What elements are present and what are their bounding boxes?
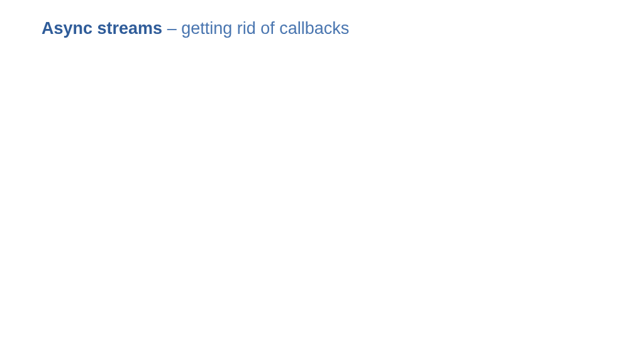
slide-title: Async streams – getting rid of callbacks [42,18,602,40]
slide-title-bold: Async streams [42,19,162,38]
slide-title-rest: – getting rid of callbacks [162,19,349,38]
slide: Async streams – getting rid of callbacks [0,0,644,362]
